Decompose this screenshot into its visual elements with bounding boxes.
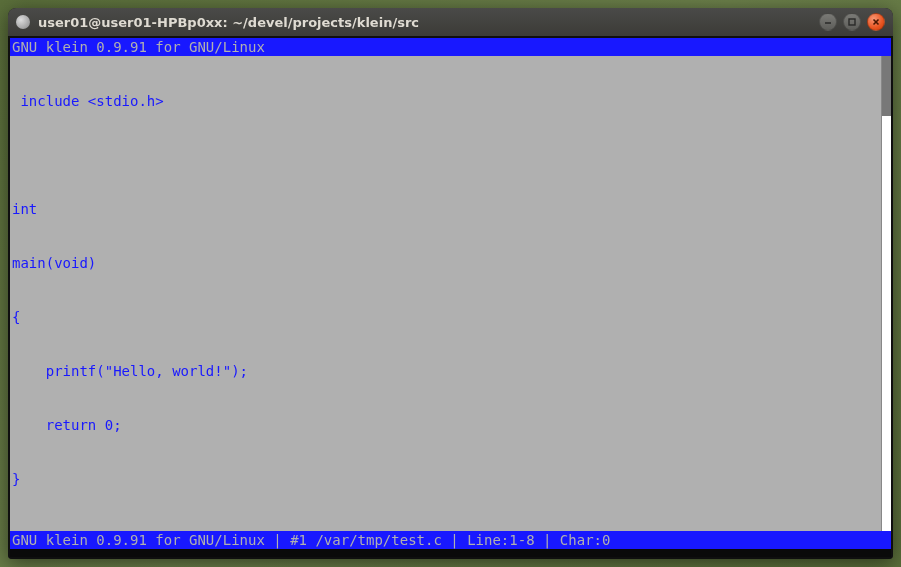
- editor-content[interactable]: include <stdio.h> int main(void) { print…: [10, 56, 881, 531]
- svg-rect-1: [849, 19, 855, 25]
- code-line: printf("Hello, world!");: [12, 362, 879, 380]
- terminal-window: user01@user01-HPBp0xx: ~/devel/projects/…: [8, 8, 893, 559]
- terminal-bottom-pad: [10, 549, 891, 557]
- editor-area[interactable]: include <stdio.h> int main(void) { print…: [10, 56, 891, 531]
- code-line: return 0;: [12, 416, 879, 434]
- code-line: main(void): [12, 254, 879, 272]
- code-line: [12, 146, 879, 164]
- window-controls: [819, 13, 885, 31]
- code-line: {: [12, 308, 879, 326]
- terminal-body: GNU klein 0.9.91 for GNU/Linux include <…: [8, 36, 893, 559]
- editor-viewport: GNU klein 0.9.91 for GNU/Linux include <…: [10, 38, 891, 557]
- scrollbar-thumb[interactable]: [882, 56, 891, 116]
- editor-status-bar: GNU klein 0.9.91 for GNU/Linux | #1 /var…: [10, 531, 891, 549]
- close-button[interactable]: [867, 13, 885, 31]
- minimize-button[interactable]: [819, 13, 837, 31]
- titlebar[interactable]: user01@user01-HPBp0xx: ~/devel/projects/…: [8, 8, 893, 36]
- scrollbar[interactable]: [881, 56, 891, 531]
- code-line: }: [12, 470, 879, 488]
- minimize-icon: [823, 17, 833, 27]
- window-title: user01@user01-HPBp0xx: ~/devel/projects/…: [38, 15, 819, 30]
- maximize-icon: [847, 17, 857, 27]
- code-line: include <stdio.h>: [12, 92, 879, 110]
- close-icon: [871, 17, 881, 27]
- maximize-button[interactable]: [843, 13, 861, 31]
- editor-header-bar: GNU klein 0.9.91 for GNU/Linux: [10, 38, 891, 56]
- app-icon: [16, 15, 30, 29]
- code-line: int: [12, 200, 879, 218]
